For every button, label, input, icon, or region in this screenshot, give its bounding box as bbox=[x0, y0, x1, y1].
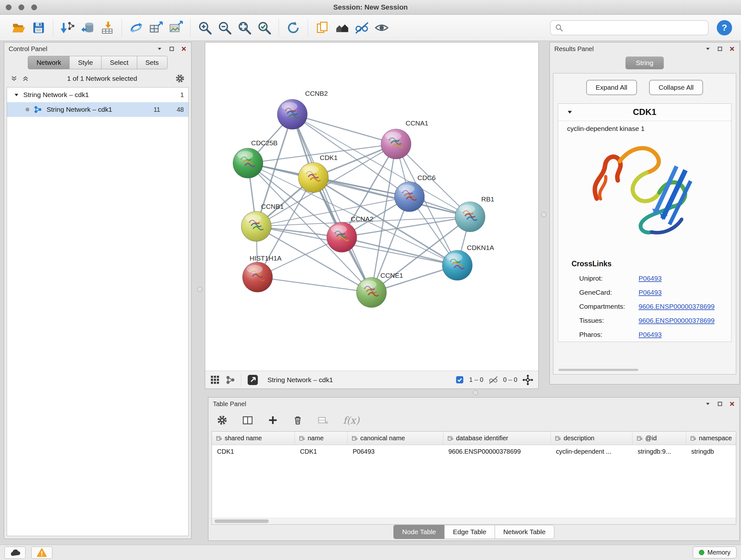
grid-view-icon[interactable] bbox=[210, 375, 220, 385]
open-session-button[interactable] bbox=[9, 17, 29, 38]
new-network-from-table-button[interactable] bbox=[146, 17, 166, 38]
status-bar: Memory bbox=[0, 545, 741, 560]
collapse-all-button[interactable]: Collapse All bbox=[649, 80, 703, 95]
maximize-panel-icon[interactable] bbox=[717, 401, 723, 407]
tab-string[interactable]: String bbox=[625, 57, 664, 69]
tab-edge-table[interactable]: Edge Table bbox=[444, 525, 495, 539]
houses-icon bbox=[335, 20, 349, 35]
search-box[interactable] bbox=[550, 20, 709, 35]
network-view-title: String Network – cdk1 bbox=[267, 376, 333, 384]
close-panel-icon[interactable] bbox=[729, 401, 735, 407]
maximize-panel-icon[interactable] bbox=[169, 46, 175, 52]
import-network-file-button[interactable] bbox=[58, 17, 77, 38]
help-button[interactable]: ? bbox=[717, 20, 732, 36]
import-network-database-button[interactable] bbox=[77, 17, 97, 38]
search-input[interactable] bbox=[566, 24, 704, 31]
detach-view-icon[interactable] bbox=[247, 374, 259, 386]
import-table-button[interactable] bbox=[97, 17, 117, 38]
zoom-fit-button[interactable] bbox=[234, 17, 254, 38]
birdseye-view-icon[interactable] bbox=[226, 375, 235, 385]
float-panel-icon[interactable] bbox=[705, 401, 711, 407]
disclosure-triangle-icon[interactable] bbox=[14, 92, 19, 98]
gear-icon[interactable] bbox=[175, 74, 185, 83]
tab-select[interactable]: Select bbox=[101, 56, 137, 69]
results-scrollbar-thumb[interactable] bbox=[558, 369, 638, 371]
horizontal-scrollbar[interactable] bbox=[212, 518, 736, 524]
cloud-status-button[interactable] bbox=[4, 547, 25, 559]
hide-selected-button[interactable] bbox=[352, 17, 372, 38]
maximize-panel-icon[interactable] bbox=[717, 46, 723, 52]
close-panel-icon[interactable] bbox=[729, 46, 735, 52]
float-panel-icon[interactable] bbox=[157, 46, 162, 52]
tab-network-table[interactable]: Network Table bbox=[495, 525, 554, 539]
copy-documents-button[interactable] bbox=[313, 17, 332, 38]
network-edge[interactable] bbox=[258, 277, 372, 293]
tab-style[interactable]: Style bbox=[69, 56, 102, 69]
gene-entry-header[interactable]: CDK1 bbox=[558, 104, 731, 121]
warnings-button[interactable] bbox=[31, 547, 52, 559]
tab-sets[interactable]: Sets bbox=[137, 56, 167, 69]
window-close-button[interactable] bbox=[6, 4, 11, 10]
node-label-ccna1: CCNA1 bbox=[406, 119, 428, 127]
zoom-selected-button[interactable] bbox=[254, 17, 274, 38]
crosslinks-title: CrossLinks bbox=[558, 251, 731, 271]
results-panel-header: Results Panel bbox=[550, 43, 739, 55]
delete-column-icon[interactable] bbox=[293, 415, 303, 425]
expand-all-button[interactable]: Expand All bbox=[586, 80, 637, 95]
crosslink-uniprot[interactable]: P06493 bbox=[638, 274, 662, 282]
network-edge[interactable] bbox=[292, 114, 372, 293]
function-builder-button[interactable]: f(x) bbox=[343, 415, 359, 426]
crosslink-compartments[interactable]: 9606.ENSP00000378699 bbox=[638, 303, 715, 310]
float-panel-icon[interactable] bbox=[705, 46, 711, 52]
network-node-count: 11 bbox=[141, 106, 160, 113]
window-minimize-button[interactable] bbox=[18, 4, 24, 10]
column-header[interactable]: name bbox=[295, 432, 347, 445]
collapse-all-icon[interactable] bbox=[10, 75, 17, 82]
add-column-icon[interactable] bbox=[268, 415, 278, 425]
expand-all-icon[interactable] bbox=[22, 75, 29, 82]
table-tabs: Node Table Edge Table Network Table bbox=[208, 524, 739, 539]
network-edge[interactable] bbox=[292, 114, 396, 144]
column-header[interactable]: shared name bbox=[212, 432, 295, 445]
selected-checkbox-icon[interactable] bbox=[455, 375, 464, 384]
column-header[interactable]: namespace bbox=[686, 432, 736, 445]
home-networks-button[interactable] bbox=[332, 17, 352, 38]
zoom-out-button[interactable] bbox=[215, 17, 234, 38]
memory-button[interactable]: Memory bbox=[693, 547, 737, 558]
tab-network[interactable]: Network bbox=[28, 56, 70, 69]
column-header[interactable]: database identifier bbox=[443, 432, 551, 445]
zoom-selected-icon bbox=[257, 20, 272, 35]
column-header[interactable]: @id bbox=[632, 432, 686, 445]
collection-count: 1 bbox=[165, 91, 184, 99]
network-edge[interactable] bbox=[342, 237, 457, 265]
bottom-splitter-handle[interactable] bbox=[473, 390, 478, 395]
tab-node-table[interactable]: Node Table bbox=[394, 525, 445, 539]
network-graph[interactable]: CCNB2CCNA1CDC25BCDK1CDC6RB1CCNB1CCNA2CDK… bbox=[205, 43, 538, 371]
network-collection-row[interactable]: String Network – cdk1 1 bbox=[7, 87, 188, 102]
horizontal-scrollbar-thumb[interactable] bbox=[214, 519, 269, 523]
node-label-rb1: RB1 bbox=[481, 195, 494, 203]
window-zoom-button[interactable] bbox=[31, 4, 37, 10]
table-row[interactable]: CDK1 CDK1 P06493 9606.ENSP00000378699 cy… bbox=[212, 445, 736, 458]
column-header[interactable]: description bbox=[551, 432, 632, 445]
disclosure-triangle-icon[interactable] bbox=[567, 110, 572, 115]
crosslink-pharos[interactable]: P06493 bbox=[638, 331, 662, 338]
left-splitter-handle[interactable] bbox=[197, 287, 202, 292]
clone-network-button[interactable] bbox=[126, 17, 146, 38]
apply-layout-button[interactable] bbox=[283, 17, 303, 38]
column-header[interactable]: canonical name bbox=[347, 432, 443, 445]
save-session-button[interactable] bbox=[29, 17, 49, 38]
crosslink-genecard[interactable]: P06493 bbox=[638, 289, 662, 296]
right-splitter-handle[interactable] bbox=[541, 212, 546, 217]
network-canvas[interactable]: CCNB2CCNA1CDC25BCDK1CDC6RB1CCNB1CCNA2CDK… bbox=[205, 43, 538, 371]
export-image-button[interactable] bbox=[166, 17, 186, 38]
network-row-selected[interactable]: String Network – cdk1 11 48 bbox=[7, 102, 188, 117]
zoom-in-button[interactable] bbox=[195, 17, 215, 38]
table-settings-gear-icon[interactable] bbox=[217, 415, 227, 426]
show-all-button[interactable] bbox=[372, 17, 392, 38]
show-columns-icon[interactable] bbox=[242, 415, 253, 426]
crosslink-tissues[interactable]: 9606.ENSP00000378699 bbox=[638, 317, 715, 324]
node-gloss bbox=[237, 151, 253, 159]
pan-crosshair-icon[interactable] bbox=[522, 374, 533, 385]
close-panel-icon[interactable] bbox=[181, 46, 187, 52]
